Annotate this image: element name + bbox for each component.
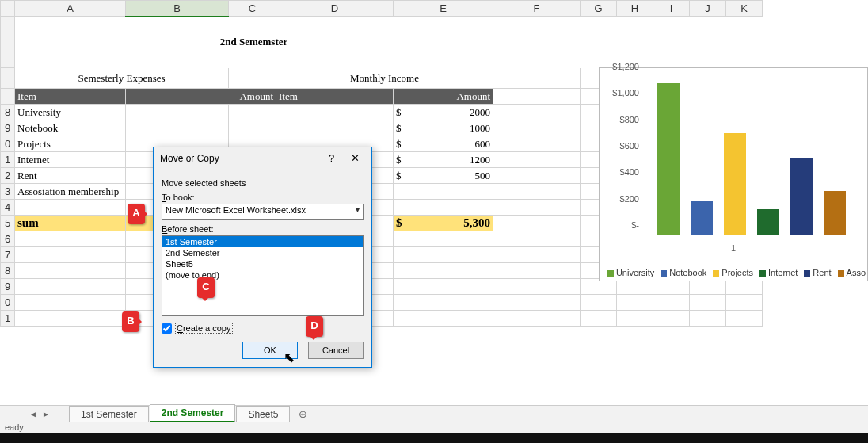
listbox-option[interactable]: 2nd Semester — [162, 247, 363, 258]
column-header[interactable]: H — [617, 1, 653, 17]
bar-chart[interactable]: $-$200$400$600$800$1,000$1,200 1 Univers… — [599, 67, 868, 281]
tab-nav-prev-icon[interactable]: ◄ — [28, 410, 39, 418]
tab-nav-next-icon[interactable]: ► — [40, 410, 51, 418]
income-amount[interactable]: $500 — [394, 168, 493, 184]
column-header[interactable]: G — [581, 1, 617, 17]
annotation-marker-c: C — [197, 277, 215, 298]
ok-button[interactable]: OK — [242, 342, 298, 359]
table-header-item: Item — [276, 89, 394, 105]
column-header[interactable]: I — [653, 1, 690, 17]
sum-total: $5,300 — [394, 216, 493, 231]
add-sheet-button[interactable]: ⊕ — [291, 406, 315, 422]
sheet-tab[interactable]: Sheet5 — [236, 406, 290, 422]
create-copy-checkbox[interactable] — [162, 323, 172, 334]
row-header[interactable]: 3 — [1, 184, 15, 200]
row-header[interactable]: 8 — [1, 263, 15, 279]
column-headers-row: A B C D E F G H I J K — [1, 1, 763, 17]
chart-plot-area: $-$200$400$600$800$1,000$1,200 — [643, 76, 863, 235]
close-icon[interactable]: ✕ — [345, 152, 365, 164]
move-or-copy-dialog: Move or Copy ? ✕ Move selected sheets To… — [153, 147, 372, 368]
income-amount[interactable]: $600 — [394, 136, 493, 152]
column-header[interactable]: C — [229, 1, 276, 17]
row-header[interactable] — [1, 89, 15, 105]
column-header[interactable]: B — [126, 1, 229, 17]
column-header[interactable]: K — [726, 1, 763, 17]
section-heading-expenses: Semesterly Expenses — [15, 68, 229, 89]
annotation-marker-a: A — [128, 204, 145, 224]
sheet-tab-bar: ◄ ► 1st Semester 2nd Semester Sheet5 ⊕ — [0, 405, 868, 422]
dialog-title: Move or Copy — [160, 153, 219, 164]
dialog-instruction: Move selected sheets — [162, 178, 364, 188]
row-header[interactable] — [1, 17, 15, 68]
row-header[interactable]: 6 — [1, 231, 15, 247]
dialog-titlebar[interactable]: Move or Copy ? ✕ — [154, 147, 371, 169]
income-item[interactable] — [276, 105, 394, 120]
section-heading-income: Monthly Income — [276, 68, 493, 89]
select-all-corner[interactable] — [1, 1, 15, 17]
expense-item[interactable]: University — [15, 105, 126, 120]
expense-item[interactable]: Notebook — [15, 120, 126, 136]
chart-x-label: 1 — [600, 243, 867, 253]
help-icon[interactable]: ? — [322, 152, 342, 164]
to-book-select[interactable]: New Microsoft Excel Worksheet.xlsx — [162, 204, 364, 220]
row-header[interactable]: 8 — [1, 105, 15, 120]
listbox-option[interactable]: (move to end) — [162, 269, 363, 281]
expense-item[interactable]: Internet — [15, 152, 126, 168]
windows-taskbar[interactable] — [0, 433, 868, 443]
listbox-option[interactable]: 1st Semester — [162, 236, 363, 247]
expense-item[interactable]: Rent — [15, 168, 126, 184]
row-header[interactable]: 1 — [1, 152, 15, 168]
table-header-amount: Amount — [394, 89, 493, 105]
annotation-marker-b: B — [122, 311, 139, 332]
create-copy-label[interactable]: Create a copy — [175, 323, 233, 334]
page-title: 2nd Sememster — [15, 17, 493, 68]
row-header[interactable] — [1, 68, 15, 89]
expense-item[interactable]: Assosiation membership — [15, 184, 126, 200]
before-sheet-label: Before sheet: — [162, 224, 364, 234]
before-sheet-listbox[interactable]: 1st Semester 2nd Semester Sheet5 (move t… — [162, 235, 364, 316]
row-header[interactable]: 0 — [1, 136, 15, 152]
to-book-label: To book: — [162, 193, 364, 202]
table-header-item: Item — [15, 89, 126, 105]
income-amount[interactable]: $1000 — [394, 120, 493, 136]
row-header[interactable]: 0 — [1, 295, 15, 311]
row-header[interactable]: 9 — [1, 279, 15, 295]
annotation-marker-d: D — [306, 316, 323, 337]
listbox-option[interactable]: Sheet5 — [162, 258, 363, 269]
row-header[interactable]: 5 — [1, 216, 15, 231]
expense-item[interactable]: Projects — [15, 136, 126, 152]
column-header[interactable]: E — [394, 1, 493, 17]
column-header[interactable]: A — [15, 1, 126, 17]
income-amount[interactable]: $1200 — [394, 152, 493, 168]
row-header[interactable]: 7 — [1, 247, 15, 263]
sheet-tab[interactable]: 1st Semester — [69, 406, 149, 422]
sum-label: sum — [15, 216, 126, 231]
cancel-button[interactable]: Cancel — [308, 342, 364, 359]
row-header[interactable]: 4 — [1, 200, 15, 216]
row-header[interactable]: 1 — [1, 311, 15, 327]
table-header-amount: Amount — [126, 89, 276, 105]
income-item[interactable] — [276, 120, 394, 136]
column-header[interactable]: J — [690, 1, 726, 17]
status-bar: eady — [0, 422, 868, 433]
column-header[interactable]: F — [493, 1, 581, 17]
sheet-tab-active[interactable]: 2nd Semester — [150, 404, 236, 422]
income-amount[interactable]: $2000 — [394, 105, 493, 120]
row-header[interactable]: 9 — [1, 120, 15, 136]
row-header[interactable]: 2 — [1, 168, 15, 184]
chart-legend: UniversityNotebookProjectsInternetRentAs… — [600, 268, 867, 277]
column-header[interactable]: D — [276, 1, 394, 17]
